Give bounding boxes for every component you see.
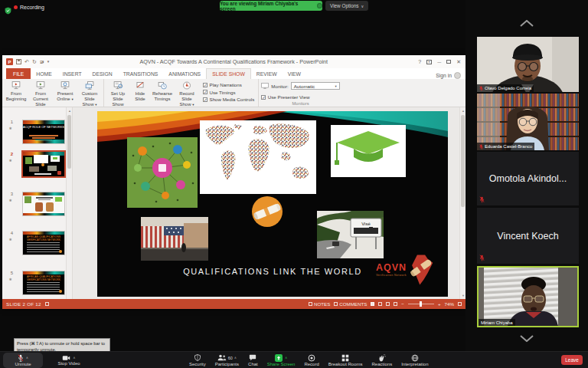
use-timings-checkbox[interactable]: ✓ Use Timings [203, 90, 254, 95]
comments-button[interactable]: COMMENTS [334, 301, 367, 307]
minimize-button[interactable]: — [437, 60, 441, 64]
slide-thumbnail-2-selected[interactable] [21, 150, 66, 178]
tab-transitions[interactable]: TRANSITIONS [118, 68, 164, 79]
security-button[interactable]: Security [189, 354, 206, 366]
slide-number: 4 [5, 231, 13, 235]
video-camera-icon [62, 355, 70, 361]
muted-mic-icon [479, 196, 485, 203]
view-options-button[interactable]: View Options ∨ [325, 1, 368, 11]
slide-scrollbar[interactable]: ▲ ▼ [459, 107, 466, 299]
present-online-button[interactable]: Present Online ▾ [54, 80, 77, 103]
thumb1-title: ACQF ROLE OF NETWORKS [23, 126, 64, 130]
monitor-dropdown[interactable]: Automatic ▾ [291, 82, 340, 90]
from-current-slide-button[interactable]: From Current Slide [29, 80, 52, 108]
play-narrations-checkbox[interactable]: ✓ Play Narrations [203, 82, 254, 87]
start-slideshow-icon[interactable]: 🖳 [40, 60, 44, 64]
slide-sorter-view-button[interactable] [378, 302, 382, 306]
tab-home[interactable]: HOME [31, 68, 57, 79]
video-options-caret-icon[interactable]: ∧ [73, 356, 75, 360]
graduation-cap-image[interactable] [331, 125, 406, 177]
fit-to-window-button[interactable] [458, 302, 462, 306]
notes-button[interactable]: NOTES [309, 301, 330, 307]
thumbnail-scrollbar[interactable]: ▲ [66, 107, 72, 299]
border-wall-photo[interactable] [141, 217, 208, 261]
zoom-slider-thumb[interactable] [420, 301, 422, 307]
rehearse-timings-button[interactable]: Rehearse Timings [151, 80, 174, 103]
participants-button[interactable]: 60 ∧ Participants [215, 354, 239, 366]
tab-animations[interactable]: ANIMATIONS [163, 68, 206, 79]
slideshow-screen-icon [11, 80, 21, 90]
tab-insert[interactable]: INSERT [57, 68, 87, 79]
help-button[interactable]: ? [418, 59, 421, 64]
scrollbar-thumb[interactable] [67, 115, 71, 169]
checkbox-checked-icon: ✓ [203, 83, 207, 87]
participant-tile-eduarda[interactable]: Eduarda Castel-Branco [477, 94, 579, 150]
record-slide-show-button[interactable]: Record Slide Show ▾ [175, 80, 198, 108]
interpretation-button[interactable]: Interpretation [401, 354, 428, 367]
tab-file[interactable]: FILE [6, 68, 31, 79]
ribbon-display-options-button[interactable]: ▾ [426, 60, 432, 64]
spellcheck-icon[interactable] [45, 302, 49, 306]
participants-caret-icon[interactable]: ∧ [234, 356, 237, 360]
visa-road-sign-photo[interactable]: Visé [317, 211, 384, 258]
animation-star-icon: ✱ [9, 159, 12, 163]
chevron-down-icon[interactable] [519, 335, 534, 342]
participant-tile-olavo[interactable]: Olavo Delgado Correia [477, 37, 579, 92]
participant-tile-vincent[interactable]: Vincent Koech [477, 208, 579, 264]
slide-thumbnail-3[interactable] [22, 192, 65, 216]
restore-button[interactable] [446, 60, 451, 64]
custom-slide-show-button[interactable]: Custom Slide Show ▾ [78, 80, 101, 108]
tab-view[interactable]: VIEW [283, 68, 306, 79]
mic-options-caret-icon[interactable]: ∧ [26, 356, 28, 360]
normal-view-button[interactable] [371, 302, 374, 306]
set-up-slide-show-button[interactable]: Set Up Slide Show [106, 80, 129, 108]
zoom-bottom-toolbar: ∧ Unmute ∧ Stop Video Security 60 ∧ [0, 351, 588, 368]
zoom-percent[interactable]: 74% [445, 301, 454, 307]
share-screen-button[interactable]: ∧ Share Screen [267, 354, 296, 367]
show-media-controls-checkbox[interactable]: ✓ Show Media Controls [203, 97, 254, 102]
save-icon[interactable] [16, 59, 21, 64]
chevron-up-icon[interactable] [519, 20, 534, 27]
leave-button[interactable]: Leave [561, 355, 583, 365]
participant-tile-miriam-active-speaker[interactable]: Miriam Chiyaba [477, 266, 579, 327]
unmute-button[interactable]: ∧ Unmute [3, 353, 43, 368]
scroll-up-icon[interactable]: ▲ [67, 107, 73, 114]
slideshow-view-button[interactable] [394, 302, 397, 306]
aqvn-logo[interactable]: AQVN Verification Network [376, 251, 436, 288]
slide-thumbnail-4[interactable]: AFRICAN QUALIFICATIONS VERIFICATIONS NET… [22, 231, 65, 255]
quick-access-toolbar: P ↶ ↻ 🖳 ▾ [2, 58, 49, 65]
tab-review[interactable]: REVIEW [251, 68, 283, 79]
sign-in-link[interactable]: Sign in [436, 72, 466, 79]
redo-icon[interactable]: ↻ [32, 59, 37, 64]
hide-slide-button[interactable]: Hide Slide [131, 80, 149, 103]
record-icon [308, 354, 315, 362]
current-slide[interactable]: Visé QUALIFICATIONS LINK THE WORLD AQVN … [97, 111, 448, 297]
from-beginning-button[interactable]: From Beginning [5, 80, 28, 103]
chat-button[interactable]: Chat [248, 354, 258, 366]
checkbox-checked-icon: ✓ [203, 90, 207, 94]
tab-design[interactable]: DESIGN [87, 68, 118, 79]
use-presenter-view-checkbox[interactable]: ✓ Use Presenter View [261, 94, 309, 100]
thumb4-title: AFRICAN QUALIFICATIONS VERIFICATIONS NET… [26, 235, 61, 242]
share-options-caret-icon[interactable]: ∧ [285, 356, 287, 360]
checkbox-checked-icon: ✓ [261, 95, 266, 100]
tab-slide-show[interactable]: SLIDE SHOW [206, 68, 251, 79]
undo-icon[interactable]: ↶ [24, 59, 29, 64]
slide-thumbnail-5[interactable]: AFRICAN QUALIFICATIONS VERIFICATIONS NET… [22, 271, 65, 295]
network-icons-image[interactable] [127, 137, 198, 208]
reading-view-button[interactable] [386, 302, 390, 306]
zoom-out-button[interactable]: − [401, 301, 404, 307]
stop-video-button[interactable]: ∧ Stop Video [47, 353, 90, 368]
scrollbar-thumb[interactable] [461, 115, 465, 207]
zoom-in-button[interactable]: + [438, 301, 441, 307]
close-button[interactable]: ✕ [456, 59, 461, 65]
diploma-scroll-icon[interactable] [252, 196, 283, 227]
zoom-slider[interactable] [408, 304, 434, 305]
record-button[interactable]: Record [304, 354, 318, 367]
slide-thumbnail-1[interactable]: ACQF ROLE OF NETWORKS [22, 120, 65, 144]
reactions-button[interactable]: Reactions [371, 354, 392, 367]
world-map-people-image[interactable] [200, 120, 316, 194]
ppt-title-bar[interactable]: P ↶ ↻ 🖳 ▾ AQVN - ACQF Towards A Continen… [2, 55, 466, 68]
breakout-rooms-button[interactable]: Breakout Rooms [328, 354, 363, 367]
participant-tile-omotola[interactable]: Omotola Akindol... [477, 152, 579, 205]
